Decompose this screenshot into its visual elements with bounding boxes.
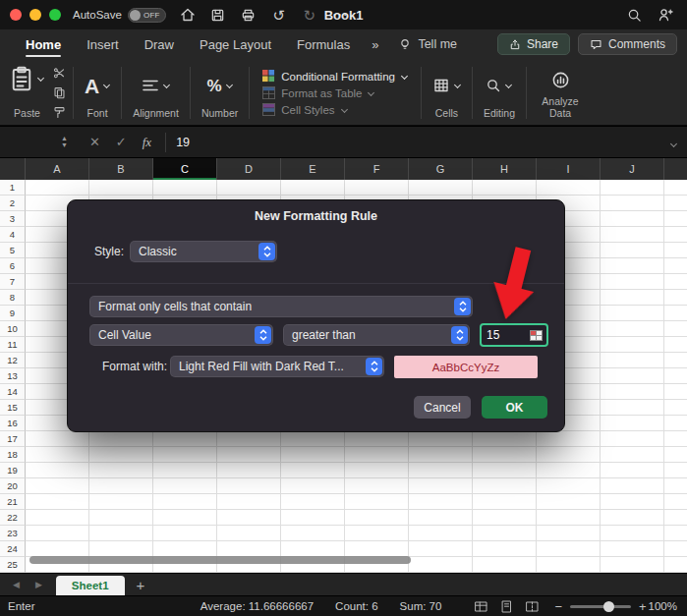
cell-G17[interactable] xyxy=(409,431,473,447)
column-header-g[interactable]: G xyxy=(409,158,473,180)
formula-bar-expand-chevron[interactable] xyxy=(670,134,677,151)
cell-H20[interactable] xyxy=(473,478,537,494)
cell-H17[interactable] xyxy=(473,431,537,447)
cells-group[interactable]: Cells xyxy=(427,63,467,123)
format-as-table-button[interactable]: Format as Table xyxy=(262,86,408,99)
cell-H18[interactable] xyxy=(473,447,537,463)
normal-view-icon[interactable] xyxy=(475,600,487,613)
row-header-13[interactable]: 13 xyxy=(0,368,26,384)
cut-icon[interactable] xyxy=(53,67,66,80)
cell-J25[interactable] xyxy=(601,557,664,573)
cell-D24[interactable] xyxy=(217,541,281,557)
cell-C17[interactable] xyxy=(153,431,217,447)
cell-F17[interactable] xyxy=(345,431,409,447)
row-header-11[interactable]: 11 xyxy=(0,337,26,353)
cell-G25[interactable] xyxy=(409,557,473,573)
cell-A19[interactable] xyxy=(26,463,89,478)
cell-A18[interactable] xyxy=(26,447,89,463)
cell-H24[interactable] xyxy=(473,541,537,557)
column-header-h[interactable]: H xyxy=(473,158,537,180)
cell-I18[interactable] xyxy=(537,447,601,463)
cell-J22[interactable] xyxy=(601,510,664,526)
cell-D17[interactable] xyxy=(217,431,281,447)
cell-J15[interactable] xyxy=(601,400,664,416)
cell-G19[interactable] xyxy=(409,463,473,478)
cell-J13[interactable] xyxy=(601,368,664,384)
row-header-2[interactable]: 2 xyxy=(0,196,26,211)
cell-H23[interactable] xyxy=(473,526,537,541)
cell-J12[interactable] xyxy=(601,353,664,368)
page-break-view-icon[interactable] xyxy=(526,600,539,613)
range-selector-icon[interactable] xyxy=(530,330,543,341)
operand-dropdown[interactable]: Cell Value xyxy=(89,324,273,346)
fullscreen-window-button[interactable] xyxy=(49,9,61,21)
tab-home[interactable]: Home xyxy=(26,30,61,59)
cell-E19[interactable] xyxy=(281,463,345,478)
cell-B22[interactable] xyxy=(89,510,153,526)
row-header-24[interactable]: 24 xyxy=(0,541,26,557)
cell-J6[interactable] xyxy=(601,258,664,274)
cell-D23[interactable] xyxy=(217,526,281,541)
row-header-9[interactable]: 9 xyxy=(0,306,26,321)
cell-A20[interactable] xyxy=(26,478,89,494)
zoom-slider-thumb[interactable] xyxy=(603,601,614,612)
cell-A17[interactable] xyxy=(26,431,89,447)
cell-G24[interactable] xyxy=(409,541,473,557)
number-dropdown-caret[interactable] xyxy=(226,83,233,88)
cell-E21[interactable] xyxy=(281,494,345,510)
cell-I19[interactable] xyxy=(537,463,601,478)
cell-D18[interactable] xyxy=(217,447,281,463)
tab-insert[interactable]: Insert xyxy=(86,30,119,59)
cell-J19[interactable] xyxy=(601,463,664,478)
row-header-15[interactable]: 15 xyxy=(0,400,26,416)
cell-E1[interactable] xyxy=(281,180,345,196)
cell-J18[interactable] xyxy=(601,447,664,463)
cell-J16[interactable] xyxy=(601,416,664,431)
cell-H25[interactable] xyxy=(473,557,537,573)
column-header-a[interactable]: A xyxy=(26,158,89,180)
share-user-icon[interactable] xyxy=(658,7,673,23)
row-header-8[interactable]: 8 xyxy=(0,290,26,306)
cell-J23[interactable] xyxy=(601,526,664,541)
cell-F23[interactable] xyxy=(345,526,409,541)
cell-B21[interactable] xyxy=(89,494,153,510)
cell-E24[interactable] xyxy=(281,541,345,557)
cell-A21[interactable] xyxy=(26,494,89,510)
sheet-nav-next-icon[interactable]: ▶ xyxy=(35,580,42,589)
row-header-23[interactable]: 23 xyxy=(0,526,26,541)
cell-I1[interactable] xyxy=(537,180,601,196)
cell-styles-caret[interactable] xyxy=(341,107,348,113)
row-header-7[interactable]: 7 xyxy=(0,274,26,290)
cell-J3[interactable] xyxy=(601,211,664,227)
row-header-12[interactable]: 12 xyxy=(0,353,26,368)
editing-group[interactable]: Editing xyxy=(478,63,521,123)
analyze-data-group[interactable]: Analyze Data xyxy=(532,63,589,123)
ok-button[interactable]: OK xyxy=(482,396,547,419)
ribbon-overflow-chevron[interactable]: » xyxy=(372,37,378,52)
cancel-entry-icon[interactable]: ✕ xyxy=(89,135,100,149)
cell-J11[interactable] xyxy=(601,337,664,353)
cell-J10[interactable] xyxy=(601,321,664,337)
cell-G18[interactable] xyxy=(409,447,473,463)
row-header-22[interactable]: 22 xyxy=(0,510,26,526)
cell-B20[interactable] xyxy=(89,478,153,494)
cell-J2[interactable] xyxy=(601,196,664,211)
cell-J24[interactable] xyxy=(601,541,664,557)
redo-icon[interactable]: ↻ xyxy=(302,7,317,23)
cell-C19[interactable] xyxy=(153,463,217,478)
row-header-10[interactable]: 10 xyxy=(0,321,26,337)
row-header-19[interactable]: 19 xyxy=(0,463,26,478)
style-dropdown[interactable]: Classic xyxy=(130,241,277,262)
cell-A24[interactable] xyxy=(26,541,89,557)
cell-C18[interactable] xyxy=(153,447,217,463)
cell-J21[interactable] xyxy=(601,494,664,510)
cell-B17[interactable] xyxy=(89,431,153,447)
cell-B1[interactable] xyxy=(89,180,153,196)
cell-C1[interactable] xyxy=(153,180,217,196)
cell-C20[interactable] xyxy=(153,478,217,494)
cell-I20[interactable] xyxy=(537,478,601,494)
cell-D1[interactable] xyxy=(217,180,281,196)
cell-A23[interactable] xyxy=(26,526,89,541)
cell-E18[interactable] xyxy=(281,447,345,463)
sheet-nav-prev-icon[interactable]: ◀ xyxy=(13,580,20,589)
